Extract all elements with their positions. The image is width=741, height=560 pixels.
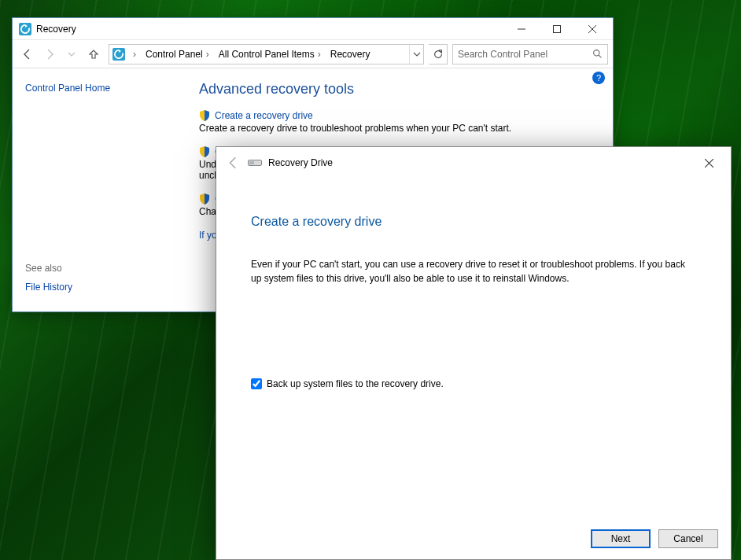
cancel-button[interactable]: Cancel [658, 529, 718, 548]
checkbox-label: Back up system files to the recovery dri… [267, 378, 444, 389]
shield-icon [199, 146, 210, 157]
chevron-right-icon: › [133, 49, 136, 60]
recovery-drive-wizard: Recovery Drive Create a recovery drive E… [216, 146, 732, 560]
chevron-right-icon: › [206, 49, 209, 60]
wizard-titlebar: Recovery Drive [216, 147, 731, 179]
search-icon [592, 49, 603, 59]
wizard-body: Create a recovery drive Even if your PC … [216, 179, 731, 389]
svg-point-6 [594, 50, 599, 56]
help-icon[interactable]: ? [592, 72, 605, 84]
window-title: Recovery [36, 24, 503, 35]
recovery-app-icon [19, 23, 31, 35]
wizard-footer: Next Cancel [591, 529, 718, 548]
breadcrumb-item-0[interactable]: Control Panel› [141, 45, 214, 64]
search-input[interactable]: Search Control Panel [452, 44, 608, 64]
window-controls [503, 18, 610, 40]
maximize-button[interactable] [539, 18, 574, 40]
svg-rect-9 [249, 161, 254, 164]
breadcrumb-label: Control Panel [146, 49, 203, 60]
chevron-right-icon: › [318, 49, 321, 60]
wizard-back-button[interactable] [223, 152, 245, 174]
breadcrumb-app-icon [111, 46, 127, 62]
search-placeholder: Search Control Panel [458, 49, 547, 60]
backup-system-files-checkbox[interactable]: Back up system files to the recovery dri… [251, 378, 696, 389]
refresh-button[interactable] [429, 44, 448, 64]
tool-item-desc: Create a recovery drive to troubleshoot … [199, 123, 595, 134]
close-button[interactable] [574, 18, 610, 40]
wizard-close-button[interactable] [693, 151, 724, 175]
svg-rect-2 [553, 25, 560, 32]
titlebar: Recovery [13, 18, 613, 40]
up-button[interactable] [83, 44, 104, 64]
create-recovery-drive-link[interactable]: Create a recovery drive [215, 110, 313, 121]
breadcrumb-item-2[interactable]: Recovery [326, 45, 375, 64]
control-panel-home-link[interactable]: Control Panel Home [25, 83, 169, 94]
back-button[interactable] [17, 44, 38, 64]
tool-item: Create a recovery drive Create a recover… [199, 110, 595, 134]
minimize-button[interactable] [503, 18, 539, 40]
wizard-description: Even if your PC can't start, you can use… [251, 257, 691, 286]
shield-icon [199, 193, 210, 204]
drive-icon [248, 158, 262, 168]
file-history-link[interactable]: File History [25, 282, 169, 293]
breadcrumb-item-1[interactable]: All Control Panel Items› [214, 45, 326, 64]
page-heading: Advanced recovery tools [199, 81, 595, 98]
navigation-row: › Control Panel› All Control Panel Items… [13, 40, 613, 68]
breadcrumb-dropdown-icon[interactable] [409, 45, 423, 64]
shield-icon [199, 110, 210, 121]
breadcrumb-sep-0[interactable]: › [128, 45, 141, 64]
sidebar: Control Panel Home See also File History [13, 68, 182, 311]
wizard-title: Recovery Drive [268, 157, 333, 168]
next-button[interactable]: Next [591, 529, 651, 548]
checkbox-input[interactable] [251, 378, 262, 389]
svg-line-7 [599, 55, 601, 57]
breadcrumb-label: All Control Panel Items [219, 49, 315, 60]
see-also-label: See also [25, 263, 169, 274]
forward-button[interactable] [39, 44, 60, 64]
wizard-heading: Create a recovery drive [251, 215, 696, 229]
recent-dropdown-icon[interactable] [61, 44, 82, 64]
breadcrumb[interactable]: › Control Panel› All Control Panel Items… [109, 44, 424, 64]
breadcrumb-label: Recovery [330, 49, 370, 60]
